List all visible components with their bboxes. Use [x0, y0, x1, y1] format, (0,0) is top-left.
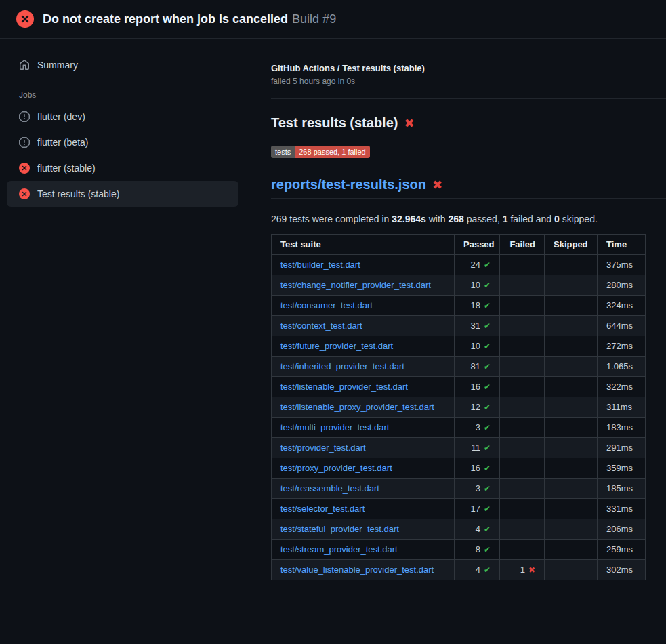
build-number: Build #9 [292, 12, 336, 26]
column-header-time: Time [598, 235, 646, 255]
report-file-link[interactable]: reports/test-results.json [271, 177, 426, 193]
passed-cell: 4✔ [455, 560, 500, 580]
layout: Summary Jobs flutter (dev) flutter (beta… [0, 39, 666, 580]
table-row: test/consumer_test.dart18✔324ms [272, 296, 646, 316]
table-row: test/selector_test.dart17✔331ms [272, 499, 646, 519]
time-cell: 1.065s [598, 357, 646, 377]
failed-cell [500, 479, 545, 499]
test-suite-link[interactable]: test/future_provider_test.dart [280, 341, 393, 351]
time-cell: 291ms [598, 438, 646, 458]
test-suite-link[interactable]: test/stateful_provider_test.dart [280, 524, 399, 534]
time-cell: 206ms [598, 519, 646, 540]
suite-cell: test/stateful_provider_test.dart [272, 519, 455, 540]
failed-cell [500, 316, 545, 336]
check-icon: ✔ [484, 443, 491, 453]
suite-cell: test/builder_test.dart [272, 255, 455, 275]
time-cell: 185ms [598, 479, 646, 499]
x-circle-icon [19, 163, 30, 174]
failed-cell [500, 418, 545, 438]
sidebar-job-label: flutter (stable) [37, 163, 96, 174]
test-suite-link[interactable]: test/builder_test.dart [280, 260, 360, 270]
suite-cell: test/listenable_proxy_provider_test.dart [272, 397, 455, 418]
sidebar-item-flutter-beta[interactable]: flutter (beta) [7, 129, 238, 155]
check-icon: ✔ [484, 565, 491, 575]
test-suite-link[interactable]: test/value_listenable_provider_test.dart [280, 565, 434, 575]
report-title: reports/test-results.json ✖ [271, 177, 666, 199]
results-table-body: test/builder_test.dart24✔375mstest/chang… [272, 255, 646, 580]
check-icon: ✔ [484, 321, 491, 331]
failed-cell [500, 296, 545, 316]
time-cell: 359ms [598, 458, 646, 479]
table-row: test/proxy_provider_test.dart16✔359ms [272, 458, 646, 479]
skipped-cell [545, 336, 598, 357]
test-suite-link[interactable]: test/consumer_test.dart [280, 300, 373, 310]
table-row: test/future_provider_test.dart10✔272ms [272, 336, 646, 357]
time-cell: 302ms [598, 560, 646, 580]
suite-cell: test/inherited_provider_test.dart [272, 357, 455, 377]
test-suite-link[interactable]: test/change_notifier_provider_test.dart [280, 280, 431, 290]
column-header-passed: Passed [455, 235, 500, 255]
suite-cell: test/value_listenable_provider_test.dart [272, 560, 455, 580]
test-suite-link[interactable]: test/stream_provider_test.dart [280, 544, 398, 555]
table-row: test/value_listenable_provider_test.dart… [272, 560, 646, 580]
skipped-cell [545, 397, 598, 418]
table-row: test/change_notifier_provider_test.dart1… [272, 275, 646, 296]
failed-cell [500, 377, 545, 397]
skipped-cell [545, 540, 598, 560]
test-suite-link[interactable]: test/provider_test.dart [280, 443, 366, 453]
sidebar-item-flutter-stable[interactable]: flutter (stable) [7, 155, 238, 181]
time-cell: 322ms [598, 377, 646, 397]
sidebar-job-label: Test results (stable) [37, 188, 119, 199]
x-circle-icon [16, 10, 34, 28]
sidebar-item-summary[interactable]: Summary [7, 52, 238, 78]
skipped-cell [545, 519, 598, 540]
test-suite-link[interactable]: test/multi_provider_test.dart [280, 422, 389, 432]
test-suite-link[interactable]: test/proxy_provider_test.dart [280, 463, 392, 473]
time-cell: 331ms [598, 499, 646, 519]
check-icon: ✔ [484, 382, 491, 392]
check-icon: ✔ [484, 301, 491, 310]
check-icon: ✔ [484, 260, 491, 270]
passed-cell: 81✔ [455, 357, 500, 377]
suite-cell: test/provider_test.dart [272, 438, 455, 458]
test-suite-link[interactable]: test/inherited_provider_test.dart [280, 361, 404, 371]
suite-cell: test/change_notifier_provider_test.dart [272, 275, 455, 296]
test-suite-link[interactable]: test/reassemble_test.dart [280, 483, 379, 494]
skipped-cell [545, 316, 598, 336]
summary-text: 269 tests were completed in 32.964s with… [271, 214, 666, 224]
divider [271, 98, 666, 99]
results-table: Test suite Passed Failed Skipped Time te… [271, 234, 646, 580]
test-suite-link[interactable]: test/listenable_proxy_provider_test.dart [280, 402, 434, 412]
table-row: test/reassemble_test.dart3✔185ms [272, 479, 646, 499]
column-header-test-suite: Test suite [272, 235, 455, 255]
column-header-skipped: Skipped [545, 235, 598, 255]
summary-segment: 269 tests were completed in [271, 214, 392, 224]
time-cell: 375ms [598, 255, 646, 275]
suite-cell: test/consumer_test.dart [272, 296, 455, 316]
time-cell: 324ms [598, 296, 646, 316]
sidebar-item-flutter-dev[interactable]: flutter (dev) [7, 104, 238, 129]
failed-cell [500, 336, 545, 357]
test-suite-link[interactable]: test/listenable_provider_test.dart [280, 382, 408, 392]
passed-cell: 24✔ [455, 255, 500, 275]
sidebar-job-label: flutter (dev) [37, 111, 85, 122]
failed-cell [500, 438, 545, 458]
sidebar-item-test-results-stable[interactable]: Test results (stable) [7, 181, 238, 207]
suite-cell: test/stream_provider_test.dart [272, 540, 455, 560]
summary-segment: skipped. [560, 214, 598, 224]
table-row: test/builder_test.dart24✔375ms [272, 255, 646, 275]
test-suite-link[interactable]: test/context_test.dart [280, 321, 362, 331]
suite-cell: test/future_provider_test.dart [272, 336, 455, 357]
test-suite-link[interactable]: test/selector_test.dart [280, 504, 365, 514]
check-icon: ✔ [484, 484, 491, 494]
summary-failed-count: 1 [503, 214, 508, 224]
sidebar-job-label: flutter (beta) [37, 137, 88, 148]
passed-cell: 3✔ [455, 479, 500, 499]
check-icon: ✔ [484, 504, 491, 514]
summary-segment: with [426, 214, 449, 224]
x-circle-icon [19, 188, 30, 199]
failed-cell [500, 275, 545, 296]
home-icon [19, 60, 30, 71]
cross-icon: ✖ [528, 565, 535, 575]
suite-cell: test/selector_test.dart [272, 499, 455, 519]
